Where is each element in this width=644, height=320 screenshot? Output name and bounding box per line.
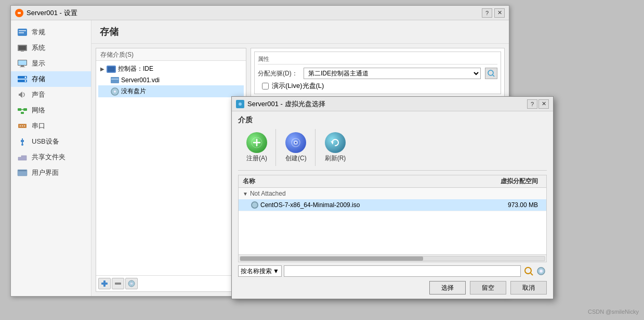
dialog-app-icon [236,100,244,108]
file-size: 973.00 MB [480,201,542,209]
file-list-body: ▼ Not Attached CentOS-7-x86_64-Minimal-2… [239,188,546,254]
refresh-icon [325,132,346,153]
empty-button[interactable]: 留空 [470,281,506,295]
dialog-title-left: Server001 - 虚拟光盘选择 [236,99,325,109]
dialog-help-btn[interactable]: ? [527,99,537,109]
create-btn[interactable]: 创建(C) [277,129,316,166]
col-size-header: 虚拟分配空间 [480,177,542,186]
dialog-overlay: Server001 - 虚拟光盘选择 ? ✕ 介质 [0,0,644,320]
search-reset-icon[interactable] [535,265,547,277]
dialog-buttons: 选择 留空 取消 [238,281,547,295]
cancel-button[interactable]: 取消 [510,281,547,295]
svg-point-49 [295,142,297,144]
group-chevron-icon: ▼ [243,191,248,197]
search-row: 按名称搜索 ▼ [238,265,547,277]
dialog-toolbar: 注册(A) 创建(C) [238,129,547,171]
scrollbar-area [239,254,546,262]
dialog-body: 介质 注册(A) [232,111,553,299]
cd-disk-icon [251,201,258,209]
file-name: CentOS-7-x86_64-Minimal-2009.iso [260,201,480,209]
dropdown-arrow-icon: ▼ [273,267,279,275]
dialog-title-buttons: ? ✕ [527,99,549,109]
scrollbar-track[interactable] [240,256,545,261]
dialog-title-bar: Server001 - 虚拟光盘选择 ? ✕ [232,97,553,111]
group-name: Not Attached [250,190,286,197]
search-go-icon[interactable] [523,265,534,277]
scrollbar-thumb [240,257,423,261]
svg-line-52 [531,273,533,275]
file-item[interactable]: CentOS-7-x86_64-Minimal-2009.iso 973.00 … [239,199,546,211]
refresh-label: 刷新(R) [325,154,346,163]
svg-point-43 [239,103,242,106]
col-name-header: 名称 [243,177,480,186]
medium-label: 介质 [238,116,547,125]
file-list-area: 名称 虚拟分配空间 ▼ Not Attached CentOS-7-x86_64… [238,175,547,262]
svg-point-51 [525,267,531,274]
virtual-disk-dialog: Server001 - 虚拟光盘选择 ? ✕ 介质 [231,96,554,299]
create-label: 创建(C) [285,154,307,163]
search-input[interactable] [284,265,521,277]
select-button[interactable]: 选择 [429,281,466,295]
register-btn[interactable]: 注册(A) [238,129,276,166]
register-icon [246,132,267,153]
file-list-header: 名称 虚拟分配空间 [239,175,546,188]
refresh-btn[interactable]: 刷新(R) [317,129,354,166]
dialog-title-text: Server001 - 虚拟光盘选择 [247,99,325,109]
search-type-label: 按名称搜索 [241,267,272,276]
svg-point-54 [540,270,543,273]
search-type-dropdown[interactable]: 按名称搜索 ▼ [238,265,282,277]
register-label: 注册(A) [246,154,267,163]
file-group-header: ▼ Not Attached [239,188,546,199]
dialog-close-btn[interactable]: ✕ [538,99,549,109]
search-icons [523,265,547,277]
create-icon [285,132,306,153]
